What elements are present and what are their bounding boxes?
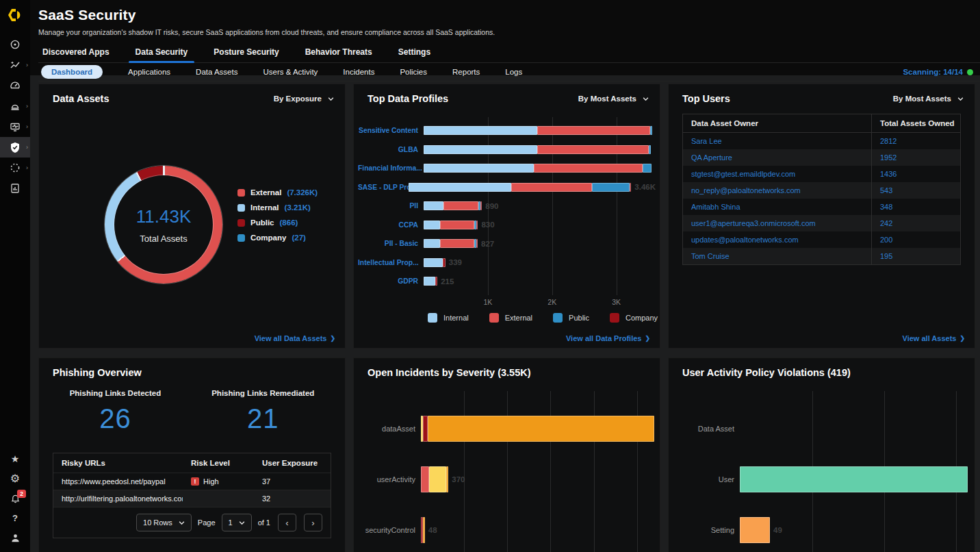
by-most-assets-filter[interactable]: By Most Assets — [578, 95, 649, 103]
chevron-right-icon: › — [26, 144, 28, 151]
legend-value: (866) — [280, 218, 298, 227]
favorites-button[interactable]: ★ — [0, 449, 30, 468]
total-assets-value: 11.43K — [136, 206, 191, 227]
chevron-right-icon: › — [26, 62, 28, 68]
sidebar-item-saas-security[interactable]: › — [0, 137, 30, 158]
bar — [740, 466, 968, 492]
sidebar-item-monitoring[interactable]: › — [0, 116, 30, 137]
category-label-ccpa[interactable]: CCPA — [358, 221, 424, 229]
top-data-profiles-chart: 1K2K3KSensitive ContentGLBAFinancial Inf… — [358, 116, 656, 342]
data-asset-owner-link[interactable]: user1@apertureqa3.onmicrosoft.com — [683, 219, 871, 227]
data-asset-owner-link[interactable]: Sara Lee — [683, 137, 871, 145]
total-assets-owned-value[interactable]: 1952 — [871, 149, 960, 166]
total-assets-owned-value[interactable]: 543 — [871, 182, 960, 199]
subnav-item-policies[interactable]: Policies — [400, 68, 427, 76]
chevron-down-icon — [328, 97, 334, 101]
sidebar-item-alerts[interactable]: › — [0, 96, 30, 116]
view-all-data-assets-link[interactable]: View all Data Assets ❯ — [255, 334, 335, 342]
total-assets-owned-value[interactable]: 1436 — [871, 166, 960, 182]
legend-item-public: Public(866) — [237, 218, 318, 227]
notifications-button[interactable]: 2 — [0, 488, 30, 508]
legend-label: External — [505, 314, 532, 322]
total-assets-owned-value[interactable]: 200 — [871, 231, 960, 248]
by-exposure-filter[interactable]: By Exposure — [274, 95, 334, 103]
subnav-item-incidents[interactable]: Incidents — [343, 68, 374, 76]
legend-label: Public — [569, 314, 589, 322]
page-label: Page — [198, 518, 216, 527]
by-most-assets-filter[interactable]: By Most Assets — [893, 95, 964, 103]
chevron-down-icon — [957, 97, 964, 101]
page-select[interactable]: 1 — [222, 514, 252, 531]
profile-button[interactable] — [0, 528, 30, 548]
data-asset-owner-link[interactable]: Amitabh Shina — [683, 203, 871, 211]
sidebar-item-insights[interactable]: › — [0, 55, 30, 75]
bar — [421, 416, 654, 442]
bar-segment-external — [511, 183, 592, 192]
bar-segment — [740, 517, 770, 543]
tab-settings[interactable]: Settings — [397, 44, 432, 62]
tab-posture-security[interactable]: Posture Security — [212, 44, 280, 62]
category-label-glba[interactable]: GLBA — [358, 146, 424, 153]
sidebar-item-dashboard[interactable] — [0, 75, 30, 96]
chart-row: PII890 — [358, 197, 656, 216]
help-button[interactable]: ? — [0, 508, 30, 528]
chart-row: PII - Basic827 — [358, 234, 656, 253]
risky-url: http://urlfiltering.paloaltonetworks.com… — [53, 494, 183, 503]
bar-segment-company — [443, 258, 446, 267]
tab-data-security[interactable]: Data Security — [134, 44, 190, 62]
external-swatch-icon — [489, 313, 499, 323]
risk-level: !High — [183, 477, 254, 486]
total-assets-owned-value[interactable]: 242 — [871, 215, 960, 231]
total-assets-owned-value[interactable]: 348 — [871, 199, 960, 215]
category-label-financial-informa[interactable]: Financial Informa... — [358, 164, 424, 172]
subnav-item-applications[interactable]: Applications — [128, 68, 170, 76]
tab-behavior-threats[interactable]: Behavior Threats — [304, 44, 374, 62]
subnav-item-reports[interactable]: Reports — [452, 68, 480, 76]
view-all-data-profiles-link[interactable]: View all Data Profiles ❯ — [566, 334, 650, 342]
data-asset-owner-link[interactable]: updates@paloaltonetworks.com — [683, 236, 871, 244]
category-label-pii[interactable]: PII — [358, 202, 424, 210]
category-label-sase-dlp-profile-1[interactable]: SASE - DLP Profile 1 — [358, 184, 409, 191]
top-users-tbody: Sara Lee2812QA Aperture1952stgtest@gtest… — [683, 133, 960, 264]
category-label-intellectual-prop[interactable]: Intellectual Prop... — [358, 259, 424, 266]
column-header: User Exposure — [254, 459, 331, 467]
bar-segment-external — [440, 239, 474, 248]
metric-value: 26 — [70, 403, 162, 434]
category-label-data-asset: Data Asset — [673, 425, 740, 433]
data-asset-owner-link[interactable]: QA Aperture — [683, 153, 871, 162]
bar-value: 215 — [441, 277, 454, 286]
rows-per-page-select[interactable]: 10 Rows — [136, 514, 192, 531]
sidebar-item-reports[interactable] — [0, 178, 30, 199]
total-assets-owned-value[interactable]: 195 — [871, 248, 960, 264]
subnav-item-data-assets[interactable]: Data Assets — [196, 68, 237, 76]
sidebar-item-integrations[interactable]: › — [0, 158, 30, 178]
settings-button[interactable]: ⚙ — [0, 468, 30, 488]
tab-discovered-apps[interactable]: Discovered Apps — [41, 44, 111, 62]
card-data-assets: Data Assets By Exposure 11.43K Total Ass… — [38, 84, 346, 349]
data-asset-owner-link[interactable]: stgtest@gtest.emaildlpdev.com — [683, 170, 871, 178]
category-label-gdpr[interactable]: GDPR — [358, 277, 424, 285]
main-tabs: Discovered AppsData SecurityPosture Secu… — [38, 44, 980, 63]
prev-page-button[interactable]: ‹ — [278, 514, 296, 531]
category-label-sensitive-content[interactable]: Sensitive Content — [358, 127, 424, 134]
sidebar-item-radar[interactable] — [0, 34, 30, 55]
table-header: Risky URLs Risk Level User Exposure — [53, 453, 331, 473]
bar-value: 3.46K — [634, 183, 656, 191]
total-assets-owned-value[interactable]: 2812 — [871, 133, 960, 149]
subnav-item-dashboard[interactable]: Dashboard — [41, 65, 103, 79]
subnav-item-users-activity[interactable]: Users & Activity — [263, 68, 318, 76]
category-label-setting: Setting — [673, 526, 740, 534]
category-label-pii-basic[interactable]: PII - Basic — [358, 240, 424, 247]
gear-icon: ⚙ — [10, 472, 20, 485]
table-row: http://urlfiltering.paloaltonetworks.com… — [53, 490, 331, 507]
bar-segment-internal — [424, 201, 443, 210]
internal-swatch-icon — [428, 313, 437, 323]
subnav-item-logs[interactable]: Logs — [505, 68, 522, 76]
view-all-assets-link[interactable]: View all Assets ❯ — [903, 334, 965, 342]
data-asset-owner-link[interactable]: no_reply@paloaltonetworks.com — [683, 186, 871, 195]
data-asset-owner-link[interactable]: Tom Cruise — [683, 252, 871, 260]
bar-segment-public — [592, 183, 629, 192]
next-page-button[interactable]: › — [304, 514, 322, 531]
chart-row: Setting49 — [673, 505, 970, 552]
legend-value: (3.21K) — [285, 203, 311, 212]
